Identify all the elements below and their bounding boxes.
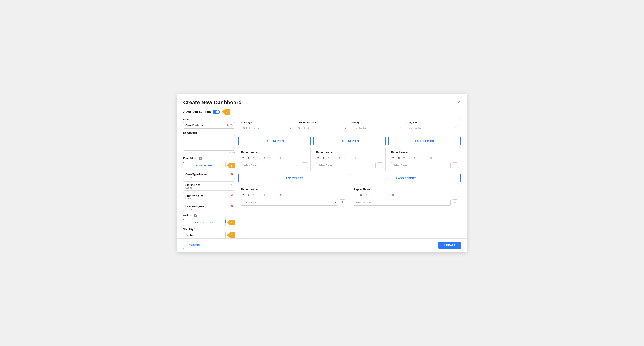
filter-priority-label: Priority — [351, 121, 403, 124]
up-icon-4[interactable]: ↑ — [262, 193, 266, 197]
filter-item-case-type-remove[interactable]: ✕ — [231, 172, 233, 176]
down-icon-5[interactable]: ↓ — [370, 193, 374, 197]
up-icon-1[interactable]: ↑ — [262, 156, 266, 160]
page-filters-help-icon[interactable]: ? — [198, 157, 202, 160]
badge-5-body: 5 — [230, 232, 235, 238]
close-icon[interactable]: × — [457, 100, 461, 105]
report-add-btn-1[interactable]: + — [302, 162, 308, 168]
create-button[interactable]: CREATE — [438, 242, 461, 249]
description-textarea[interactable] — [183, 135, 235, 150]
right-icon-1[interactable]: → — [273, 156, 277, 160]
add-report-button-1[interactable]: + ADD REPORT — [238, 137, 310, 145]
filter-item-priority-name-remove[interactable]: ✕ — [231, 194, 233, 197]
edit-icon-5[interactable]: ✎ — [364, 193, 368, 197]
right-icon-4[interactable]: → — [273, 193, 277, 197]
right-icon-2[interactable]: → — [348, 156, 352, 160]
add-report-button-5[interactable]: + ADD REPORT — [351, 174, 461, 182]
visibility-value[interactable]: Public ▾ — [183, 232, 226, 238]
copy-icon-3[interactable]: ▣ — [396, 156, 401, 160]
delete-icon-5[interactable]: 🗑 — [391, 193, 395, 197]
refresh-icon-2[interactable]: ↺ — [316, 156, 320, 160]
cancel-button[interactable]: CANCEL — [183, 242, 206, 249]
report-card-1: Report Name ↺ ▣ ✎ ↓ ↑ ← → 🗑 — [238, 148, 310, 171]
case-status-select[interactable]: Select options ▾ — [296, 125, 348, 131]
report-card-2-select-row: Select Report ▾ + — [316, 162, 383, 168]
refresh-icon-5[interactable]: ↺ — [354, 193, 358, 197]
filter-priority: Priority Select options ▾ — [351, 121, 403, 131]
left-icon-2[interactable]: ← — [343, 156, 347, 160]
left-panel: Name * Case Dashboard 14/25 Description … — [183, 118, 235, 238]
report-card-5: Report Name ↺ ▣ ✎ ↓ ↑ ← → 🗑 — [351, 185, 461, 208]
report-add-btn-4[interactable]: + — [340, 200, 345, 205]
report-select-1[interactable]: Select Report ▾ — [241, 162, 300, 168]
down-icon-4[interactable]: ↓ — [257, 193, 261, 197]
name-input-wrap[interactable]: Case Dashboard 14/25 — [183, 122, 235, 128]
report-select-5[interactable]: Select Report ▾ — [354, 199, 450, 206]
report-card-4: Report Name ↺ ▣ ✎ ↓ ↑ ← → 🗑 — [238, 185, 348, 208]
actions-section: Actions ? + ADD ACTIONS 4 — [183, 214, 235, 226]
badge-3-wrap: 3 — [227, 162, 235, 168]
down-icon-1[interactable]: ↓ — [257, 156, 261, 160]
priority-select[interactable]: Select options ▾ — [351, 125, 403, 131]
filter-item-case-type-sub: Cases — [186, 176, 233, 178]
report-add-btn-2[interactable]: + — [377, 162, 383, 168]
report-card-1-toolbar: ↺ ▣ ✎ ↓ ↑ ← → 🗑 — [241, 156, 308, 160]
report-select-3[interactable]: Select Report ▾ — [391, 162, 450, 168]
copy-icon-1[interactable]: ▣ — [246, 156, 250, 160]
add-report-button-3[interactable]: + ADD REPORT — [388, 137, 461, 145]
actions-help-icon[interactable]: ? — [194, 214, 197, 218]
refresh-icon-1[interactable]: ↺ — [241, 156, 245, 160]
badge-5-triangle — [227, 232, 230, 238]
modal: Create New Dashboard × Advanced Settings… — [177, 94, 467, 252]
right-icon-5[interactable]: → — [386, 193, 390, 197]
filter-item-priority-name-sub: Cases — [186, 197, 233, 200]
name-input-count: 14/25 — [227, 124, 233, 127]
visibility-label: Visibility * — [183, 228, 235, 231]
left-icon-4[interactable]: ← — [268, 193, 272, 197]
edit-icon-3[interactable]: ✎ — [402, 156, 406, 160]
page-filters-row: Page Filters ? — [183, 156, 235, 160]
delete-icon-3[interactable]: 🗑 — [428, 156, 433, 160]
advanced-settings-toggle[interactable] — [213, 110, 220, 114]
report-add-btn-5[interactable]: + — [452, 200, 458, 205]
delete-icon-1[interactable]: 🗑 — [278, 156, 282, 160]
up-icon-5[interactable]: ↑ — [375, 193, 379, 197]
up-icon-3[interactable]: ↑ — [412, 156, 417, 160]
report-card-4-toolbar: ↺ ▣ ✎ ↓ ↑ ← → 🗑 — [241, 193, 345, 197]
down-icon-2[interactable]: ↓ — [332, 156, 336, 160]
filter-item-status-label-name: Status Label — [186, 184, 233, 186]
left-icon-5[interactable]: ← — [380, 193, 384, 197]
report-select-2[interactable]: Select Report ▾ — [316, 162, 376, 168]
filter-item-user-assignee-name: User Assignee — [186, 205, 233, 208]
left-icon-3[interactable]: ← — [418, 156, 422, 160]
refresh-icon-4[interactable]: ↺ — [241, 193, 245, 197]
add-actions-button[interactable]: + ADD ACTIONS — [183, 219, 226, 226]
edit-icon-2[interactable]: ✎ — [327, 156, 331, 160]
report-add-btn-3[interactable]: + — [452, 162, 458, 168]
filter-item-priority-name: Priority Name Cases ✕ — [183, 192, 235, 201]
up-icon-2[interactable]: ↑ — [338, 156, 342, 160]
delete-icon-4[interactable]: 🗑 — [278, 193, 282, 197]
filter-item-user-assignee-remove[interactable]: ✕ — [231, 204, 233, 208]
down-icon-3[interactable]: ↓ — [407, 156, 411, 160]
case-type-select[interactable]: Select options ▾ — [241, 125, 293, 131]
filter-assignee-label: Assignee — [406, 121, 458, 124]
copy-icon-4[interactable]: ▣ — [246, 193, 250, 197]
copy-icon-5[interactable]: ▣ — [359, 193, 363, 197]
edit-icon-1[interactable]: ✎ — [252, 156, 256, 160]
add-report-row2: + ADD REPORT + ADD REPORT — [238, 174, 461, 182]
add-report-button-2[interactable]: + ADD REPORT — [313, 137, 386, 145]
add-report-button-4[interactable]: + ADD REPORT — [238, 174, 348, 182]
assignee-select[interactable]: Select options ▾ — [406, 125, 458, 131]
refresh-icon-3[interactable]: ↺ — [391, 156, 395, 160]
add-filter-button[interactable]: + ADD FILTER — [183, 162, 226, 169]
filter-item-status-label-remove[interactable]: ✕ — [231, 183, 233, 186]
edit-icon-4[interactable]: ✎ — [252, 193, 256, 197]
right-panel: Case Type Select options ▾ Case Status L… — [238, 118, 461, 238]
delete-icon-2[interactable]: 🗑 — [354, 156, 358, 160]
left-icon-1[interactable]: ← — [268, 156, 272, 160]
badge-1-triangle — [222, 109, 225, 115]
copy-icon-2[interactable]: ▣ — [322, 156, 326, 160]
report-select-4[interactable]: Select Report ▾ — [241, 199, 338, 206]
right-icon-3[interactable]: → — [423, 156, 427, 160]
